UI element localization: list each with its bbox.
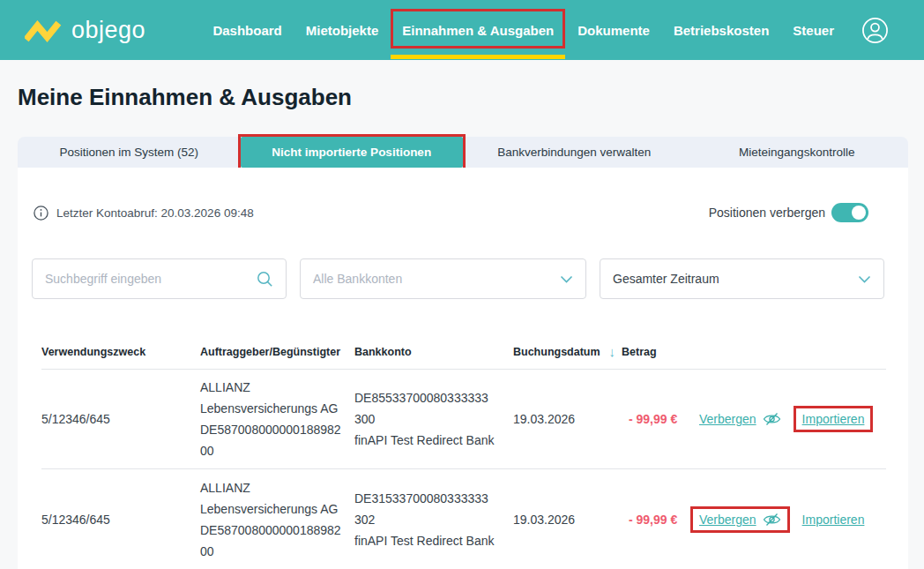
account-line: finAPI Test Redirect Bank (354, 430, 513, 451)
last-fetch-info: Letzter Kontoabruf: 20.03.2026 09:48 (34, 206, 254, 221)
cell-bankkonto: DE85533700080333333 300 finAPI Test Redi… (354, 387, 513, 451)
filter-row: Alle Bankkonten Gesamter Zeitraum (18, 222, 908, 299)
toggle-knob (852, 206, 866, 220)
user-avatar-icon (861, 17, 889, 44)
info-icon (34, 206, 48, 221)
tab-positionen-im-system[interactable]: Positionen im System (52) (18, 137, 241, 168)
importieren-link[interactable]: Importieren (802, 412, 865, 426)
counterparty-line: ALLIANZ (200, 477, 354, 498)
annotation-redbox-nav (391, 9, 565, 49)
bank-account-dropdown-value: Alle Bankkonten (313, 272, 402, 286)
account-line: 302 (354, 509, 513, 530)
tab-bankverbindungen-verwalten[interactable]: Bankverbindungen verwalten (463, 137, 686, 168)
sort-desc-icon[interactable]: ↓ (609, 344, 616, 359)
eye-slash-icon (763, 412, 781, 426)
cell-bankkonto: DE31533700080333333 302 finAPI Test Redi… (354, 488, 513, 551)
verbergen-link[interactable]: Verbergen (699, 412, 781, 426)
nav-item-dashboard[interactable]: Dashboard (212, 0, 281, 60)
cell-verwendungszweck: 5/12346/645 (41, 412, 200, 426)
counterparty-line: DE587008000000188982 (200, 520, 354, 541)
nav-item-dokumente[interactable]: Dokumente (578, 0, 650, 60)
counterparty-line: Lebensversicherungs AG (200, 498, 354, 520)
hide-positions-toggle-group: Positionen verbergen (709, 203, 868, 222)
counterparty-line: 00 (200, 541, 354, 562)
cell-betrag: - 99,99 € (622, 513, 699, 527)
bank-account-dropdown[interactable]: Alle Bankkonten (300, 258, 586, 299)
col-header-auftraggeber: Auftraggeber/Begünstigter (200, 346, 354, 358)
verbergen-label: Verbergen (699, 513, 756, 527)
last-fetch-text: Letzter Kontoabruf: 20.03.2026 09:48 (56, 206, 254, 220)
col-header-label: Buchungsdatum (513, 346, 600, 358)
chevron-down-icon (858, 275, 871, 283)
page-title: Meine Einnahmen & Ausgaben (18, 84, 924, 111)
transactions-table: Verwendungszweck Auftraggeber/Begünstigt… (18, 334, 908, 569)
annotation-redbox-tab (238, 134, 466, 170)
importieren-label: Importieren (802, 412, 865, 426)
counterparty-line: Lebensversicherungs AG (200, 398, 354, 419)
objego-logo[interactable]: objego (25, 17, 145, 44)
importieren-label: Importieren (802, 513, 865, 527)
nav-item-einnahmen-ausgaben[interactable]: Einnahmen & Ausgaben (402, 0, 554, 60)
verbergen-link[interactable]: Verbergen (699, 513, 781, 527)
account-line: finAPI Test Redirect Bank (354, 530, 513, 551)
cell-verwendungszweck: 5/12346/645 (41, 513, 200, 527)
col-header-bankkonto: Bankkonto (354, 346, 513, 358)
counterparty-line: ALLIANZ (200, 377, 354, 398)
tab-nicht-importierte-positionen[interactable]: Nicht importierte Positionen (241, 137, 464, 168)
account-line: DE31533700080333333 (354, 488, 513, 509)
toggle-label: Positionen verbergen (709, 206, 825, 220)
status-row: Letzter Kontoabruf: 20.03.2026 09:48 Pos… (18, 168, 908, 222)
top-navigation-bar: objego Dashboard Mietobjekte Einnahmen &… (0, 0, 924, 60)
search-field (32, 258, 287, 299)
period-dropdown-value: Gesamter Zeitraum (613, 272, 719, 286)
verbergen-label: Verbergen (699, 412, 756, 426)
cell-auftraggeber: ALLIANZ Lebensversicherungs AG DE5870080… (200, 477, 354, 562)
nav-item-steuer[interactable]: Steuer (793, 0, 834, 60)
eye-slash-icon (763, 513, 781, 527)
content-card: Letzter Kontoabruf: 20.03.2026 09:48 Pos… (18, 168, 908, 569)
col-header-verwendungszweck: Verwendungszweck (41, 346, 200, 358)
cell-auftraggeber: ALLIANZ Lebensversicherungs AG DE5870080… (200, 377, 354, 461)
app-screen: objego Dashboard Mietobjekte Einnahmen &… (0, 0, 924, 569)
account-line: 300 (354, 408, 513, 430)
table-row: 5/12346/645 ALLIANZ Lebensversicherungs … (41, 370, 886, 469)
cell-buchungsdatum: 19.03.2026 (513, 513, 622, 527)
search-icon[interactable] (257, 271, 273, 288)
nav-item-mietobjekte[interactable]: Mietobjekte (306, 0, 379, 60)
table-row: 5/12346/645 ALLIANZ Lebensversicherungs … (41, 469, 886, 569)
table-header-row: Verwendungszweck Auftraggeber/Begünstigt… (41, 334, 886, 370)
nav-item-betriebskosten[interactable]: Betriebskosten (674, 0, 769, 60)
hide-positions-toggle[interactable] (831, 203, 868, 222)
importieren-link[interactable]: Importieren (802, 513, 865, 527)
counterparty-line: DE587008000000188982 (200, 419, 354, 440)
logo-text: objego (71, 17, 145, 44)
account-line: DE85533700080333333 (354, 387, 513, 408)
cell-actions: Verbergen Importieren (699, 513, 886, 527)
search-input[interactable] (45, 272, 257, 286)
cell-betrag: - 99,99 € (622, 412, 699, 426)
tab-mieteingangskontrolle[interactable]: Mieteingangskontrolle (686, 137, 909, 168)
profile-menu-button[interactable] (861, 0, 889, 60)
tab-bar: Positionen im System (52) Nicht importie… (18, 137, 908, 168)
col-header-buchungsdatum[interactable]: Buchungsdatum ↓ (513, 344, 622, 359)
cell-actions: Verbergen Importieren (699, 412, 886, 426)
period-dropdown[interactable]: Gesamter Zeitraum (600, 258, 884, 299)
main-nav: Dashboard Mietobjekte Einnahmen & Ausgab… (212, 0, 924, 60)
col-header-betrag: Betrag (622, 346, 699, 358)
chevron-down-icon (560, 275, 573, 283)
logo-zigzag-icon (25, 17, 62, 43)
counterparty-line: 00 (200, 440, 354, 461)
cell-buchungsdatum: 19.03.2026 (513, 412, 622, 426)
